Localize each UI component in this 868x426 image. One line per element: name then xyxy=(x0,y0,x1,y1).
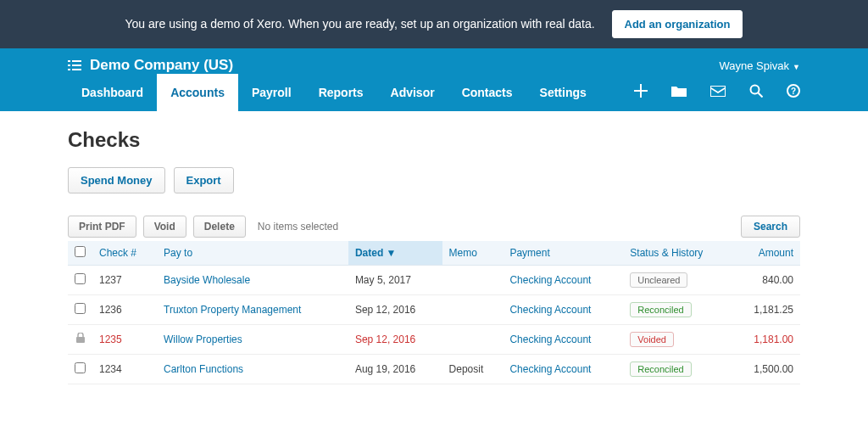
sort-desc-icon: ▼ xyxy=(387,247,397,259)
lock-icon xyxy=(68,325,92,355)
table-row: 1234Carlton FunctionsAug 19, 2016Deposit… xyxy=(68,355,800,384)
memo-cell: Deposit xyxy=(442,355,504,384)
table-row: 1235Willow PropertiesSep 12, 2016Checkin… xyxy=(68,325,800,355)
row-checkbox[interactable] xyxy=(75,273,86,284)
col-dated[interactable]: Dated ▼ xyxy=(348,241,442,266)
col-memo[interactable]: Memo xyxy=(442,241,504,266)
row-checkbox[interactable] xyxy=(75,303,86,314)
col-amount[interactable]: Amount xyxy=(733,241,800,266)
tab-advisor[interactable]: Advisor xyxy=(377,74,448,111)
status-badge[interactable]: Uncleared xyxy=(630,272,687,288)
page-title: Checks xyxy=(68,128,800,152)
nav-bar: Dashboard Accounts Payroll Reports Advis… xyxy=(0,74,868,111)
payto-link[interactable]: Willow Properties xyxy=(164,334,242,345)
select-all-checkbox[interactable] xyxy=(75,246,86,257)
svg-rect-9 xyxy=(76,337,85,343)
svg-rect-5 xyxy=(72,69,81,70)
folder-icon[interactable] xyxy=(671,84,687,101)
table-row: 1236Truxton Property ManagementSep 12, 2… xyxy=(68,295,800,325)
row-checkbox[interactable] xyxy=(75,362,86,373)
demo-banner-text: You are using a demo of Xero. When you a… xyxy=(125,17,595,31)
tab-accounts[interactable]: Accounts xyxy=(157,74,238,111)
col-payto[interactable]: Pay to xyxy=(157,241,348,266)
col-status[interactable]: Status & History xyxy=(623,241,732,266)
status-badge[interactable]: Reconciled xyxy=(630,362,691,377)
svg-rect-0 xyxy=(68,60,70,62)
search-icon[interactable] xyxy=(749,84,763,102)
check-number: 1236 xyxy=(92,295,157,325)
table-row: 1237Bayside WholesaleMay 5, 2017Checking… xyxy=(68,266,800,295)
dated-cell: May 5, 2017 xyxy=(348,266,442,295)
header-bar: Demo Company (US) Wayne Spivak▼ xyxy=(0,48,868,74)
plus-icon[interactable] xyxy=(634,84,648,102)
export-button[interactable]: Export xyxy=(174,167,234,193)
amount-cell: 1,181.25 xyxy=(733,295,800,325)
action-row: Spend Money Export xyxy=(68,167,800,193)
payto-link[interactable]: Bayside Wholesale xyxy=(164,274,250,286)
svg-point-6 xyxy=(751,85,760,93)
tab-reports[interactable]: Reports xyxy=(305,74,377,111)
table-header-row: Check # Pay to Dated ▼ Memo Payment Stat… xyxy=(68,241,800,266)
mail-icon[interactable] xyxy=(710,84,726,101)
payto-link[interactable]: Truxton Property Management xyxy=(164,304,301,316)
user-name: Wayne Spivak xyxy=(719,59,789,72)
selection-status: No items selected xyxy=(258,221,338,233)
svg-rect-2 xyxy=(68,64,70,66)
tab-dashboard[interactable]: Dashboard xyxy=(68,74,157,111)
svg-rect-3 xyxy=(72,64,81,66)
dated-cell: Aug 19, 2016 xyxy=(348,355,442,384)
dated-cell: Sep 12, 2016 xyxy=(348,325,442,355)
payment-link[interactable]: Checking Account xyxy=(509,334,591,345)
void-button[interactable]: Void xyxy=(143,216,186,238)
payment-link[interactable]: Checking Account xyxy=(509,363,591,375)
payment-link[interactable]: Checking Account xyxy=(509,304,591,316)
spend-money-button[interactable]: Spend Money xyxy=(68,167,165,193)
user-menu[interactable]: Wayne Spivak▼ xyxy=(719,59,851,72)
col-check[interactable]: Check # xyxy=(92,241,157,266)
help-icon[interactable]: ? xyxy=(787,84,800,102)
chevron-down-icon: ▼ xyxy=(793,63,800,71)
tab-settings[interactable]: Settings xyxy=(526,74,600,111)
memo-cell xyxy=(442,295,504,325)
col-dated-label: Dated xyxy=(355,247,383,259)
col-payment[interactable]: Payment xyxy=(503,241,623,266)
memo-cell xyxy=(442,325,504,355)
delete-button[interactable]: Delete xyxy=(193,216,246,238)
check-number: 1235 xyxy=(92,325,157,355)
nav-tabs: Dashboard Accounts Payroll Reports Advis… xyxy=(68,74,600,111)
print-pdf-button[interactable]: Print PDF xyxy=(68,216,136,238)
content: Checks Spend Money Export Print PDF Void… xyxy=(0,111,868,401)
check-number: 1237 xyxy=(92,266,157,295)
payment-link[interactable]: Checking Account xyxy=(509,274,591,286)
amount-cell: 840.00 xyxy=(733,266,800,295)
amount-cell: 1,181.00 xyxy=(733,325,800,355)
demo-banner: You are using a demo of Xero. When you a… xyxy=(0,0,868,48)
list-icon[interactable] xyxy=(68,59,81,71)
svg-text:?: ? xyxy=(791,87,796,96)
search-button[interactable]: Search xyxy=(741,216,800,238)
status-badge[interactable]: Voided xyxy=(630,332,674,347)
checks-table: Check # Pay to Dated ▼ Memo Payment Stat… xyxy=(68,241,800,384)
check-number: 1234 xyxy=(92,355,157,384)
table-toolbar: Print PDF Void Delete No items selected … xyxy=(68,216,800,238)
svg-rect-4 xyxy=(68,69,70,70)
dated-cell: Sep 12, 2016 xyxy=(348,295,442,325)
tab-payroll[interactable]: Payroll xyxy=(238,74,305,111)
memo-cell xyxy=(442,266,504,295)
payto-link[interactable]: Carlton Functions xyxy=(164,363,243,375)
tab-contacts[interactable]: Contacts xyxy=(448,74,526,111)
nav-icons: ? xyxy=(634,74,800,111)
status-badge[interactable]: Reconciled xyxy=(630,302,691,317)
svg-rect-1 xyxy=(72,60,81,62)
company-name[interactable]: Demo Company (US) xyxy=(90,57,233,74)
add-organization-button[interactable]: Add an organization xyxy=(612,10,743,38)
amount-cell: 1,500.00 xyxy=(733,355,800,384)
